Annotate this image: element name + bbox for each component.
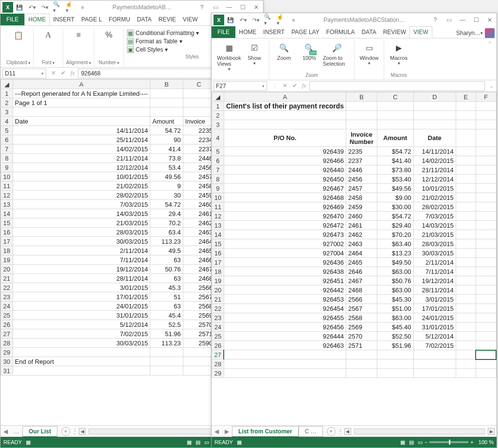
cell[interactable]: [476, 129, 496, 147]
cell[interactable]: 21/03/2015: [413, 230, 456, 239]
view-layout-icon[interactable]: ▤: [196, 439, 200, 446]
cell[interactable]: 2457: [183, 172, 214, 181]
cell[interactable]: $51.96: [377, 341, 413, 350]
cell[interactable]: 41.4: [150, 144, 183, 154]
ribbon-tab-page-l[interactable]: PAGE L: [78, 14, 105, 25]
cell[interactable]: [150, 357, 183, 366]
cell[interactable]: 926454: [224, 304, 346, 313]
cell[interactable]: 24/01/2015: [13, 302, 150, 311]
row-header[interactable]: 17: [1, 237, 13, 246]
cell[interactable]: 2/11/2014: [13, 246, 150, 255]
cell[interactable]: [377, 350, 413, 359]
row-header[interactable]: 24: [212, 323, 224, 332]
cell[interactable]: 2459: [183, 191, 214, 200]
enter-formula-icon[interactable]: ✔: [292, 82, 297, 90]
cell[interactable]: [456, 230, 476, 239]
qat-customize-icon[interactable]: ≡: [78, 3, 87, 12]
chevron-down-icon[interactable]: ▾: [262, 84, 265, 89]
cell[interactable]: 19/12/2014: [413, 276, 456, 286]
add-sheet-icon[interactable]: +: [61, 427, 70, 436]
row-header[interactable]: 10: [212, 193, 224, 202]
cell[interactable]: 113.23: [150, 339, 183, 348]
cell[interactable]: [476, 202, 496, 212]
select-all[interactable]: ◢: [212, 92, 224, 102]
cell[interactable]: [377, 120, 413, 129]
cell[interactable]: [224, 111, 346, 120]
fx-icon[interactable]: fx: [71, 70, 75, 77]
cell[interactable]: [476, 267, 496, 276]
cell[interactable]: 28/03/2015: [13, 228, 150, 237]
cell[interactable]: [413, 369, 456, 378]
row-header[interactable]: 26: [1, 320, 13, 329]
cell[interactable]: [456, 369, 476, 378]
cell[interactable]: 926436: [224, 258, 346, 267]
cell[interactable]: Date: [413, 129, 456, 147]
cell[interactable]: 54.72: [150, 126, 183, 135]
zoom-plus-icon[interactable]: +: [470, 439, 473, 445]
ribbon-tab-insert[interactable]: INSERT: [260, 26, 288, 38]
cell[interactable]: [476, 221, 496, 230]
cell[interactable]: [413, 359, 456, 369]
row-header[interactable]: 20: [212, 286, 224, 295]
cell[interactable]: 926466: [224, 156, 346, 165]
help-icon[interactable]: ?: [428, 14, 442, 26]
cell[interactable]: [183, 366, 214, 376]
cell[interactable]: 2456: [183, 163, 214, 172]
zoom-button[interactable]: 🔍Zoom: [272, 40, 296, 61]
row-header[interactable]: 28: [1, 339, 13, 348]
cell[interactable]: 21/11/2014: [13, 154, 150, 163]
cell[interactable]: [476, 304, 496, 313]
cell[interactable]: 45.4: [150, 311, 183, 320]
zoom-slider[interactable]: [429, 441, 468, 443]
cell[interactable]: 28/11/2014: [13, 274, 150, 283]
cell[interactable]: 28/02/2015: [13, 191, 150, 200]
expand-formula-icon[interactable]: ⌄: [487, 84, 497, 89]
cell[interactable]: 28/02/2015: [413, 202, 456, 212]
cell[interactable]: 2458: [346, 193, 377, 202]
ribbon-display-icon[interactable]: ▭: [209, 1, 222, 13]
cell[interactable]: [456, 212, 476, 221]
cell[interactable]: [456, 193, 476, 202]
row-header[interactable]: 11: [212, 202, 224, 212]
cell[interactable]: [476, 276, 496, 286]
row-header[interactable]: 23: [1, 292, 13, 302]
add-sheet-icon[interactable]: +: [327, 427, 336, 436]
row-header[interactable]: 4: [212, 129, 224, 147]
row-header[interactable]: 16: [1, 228, 13, 237]
cell[interactable]: [476, 230, 496, 239]
grid[interactable]: ◢ABCDEF1Client's list of their payment r…: [212, 92, 497, 425]
cell[interactable]: [456, 267, 476, 276]
cell[interactable]: 10/01/2015: [413, 184, 456, 193]
cell[interactable]: [456, 239, 476, 249]
cell[interactable]: $54.72: [377, 147, 413, 156]
cell[interactable]: [476, 175, 496, 184]
cell[interactable]: [150, 366, 183, 376]
cell[interactable]: [476, 102, 496, 111]
sheet-tab-our-list[interactable]: Our List: [22, 426, 57, 437]
show-button[interactable]: ☑ Show▾: [243, 40, 266, 66]
cell[interactable]: 10/01/2015: [13, 172, 150, 181]
row-header[interactable]: 4: [1, 117, 13, 126]
cell[interactable]: $49.50: [377, 258, 413, 267]
scroll-right-icon[interactable]: ▶: [488, 428, 495, 435]
row-header[interactable]: 3: [212, 120, 224, 129]
cell[interactable]: 7/02/2015: [413, 341, 456, 350]
cell[interactable]: [183, 108, 214, 117]
row-header[interactable]: 12: [212, 212, 224, 221]
cell[interactable]: $9.00: [377, 193, 413, 202]
cell[interactable]: $45.30: [377, 295, 413, 304]
minimize-icon[interactable]: —: [456, 14, 469, 26]
cell[interactable]: [476, 359, 496, 369]
cell[interactable]: 2567: [346, 304, 377, 313]
row-header[interactable]: 25: [1, 311, 13, 320]
cell[interactable]: [456, 313, 476, 323]
cell[interactable]: 53.4: [150, 163, 183, 172]
cell[interactable]: 17/01/2015: [413, 304, 456, 313]
sheet-nav-prev-icon[interactable]: ◀: [212, 428, 222, 435]
cell[interactable]: [183, 357, 214, 366]
cell[interactable]: [476, 369, 496, 378]
view-normal-icon[interactable]: ▦: [400, 439, 405, 446]
cell[interactable]: [13, 108, 150, 117]
cell[interactable]: 17/01/2015: [13, 292, 150, 302]
row-header[interactable]: 1: [212, 102, 224, 111]
